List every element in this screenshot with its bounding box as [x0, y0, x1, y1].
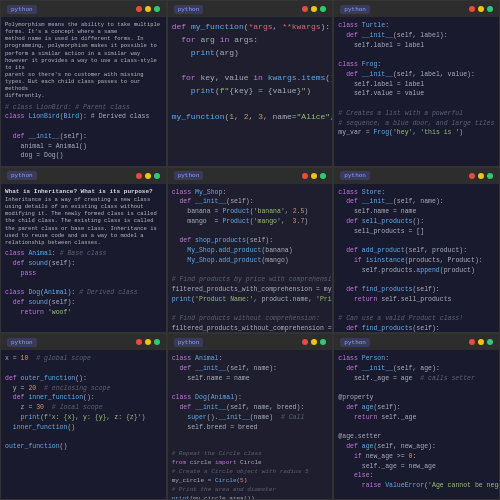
panel-5-label: python	[340, 171, 370, 180]
panel-3-controls	[136, 173, 160, 179]
panel-shop: python class My_Shop: def __init__(self)…	[167, 167, 334, 334]
minimize-icon[interactable]	[145, 173, 151, 179]
panel-8-content: class Person: def __init__(self, age): s…	[334, 350, 499, 499]
panel-0-text: Polymorphism means the ability to take m…	[5, 21, 162, 100]
panel-0-controls	[136, 6, 160, 12]
panel-1-code: def my_function(*args, **kwargs): for ar…	[172, 21, 329, 123]
close-icon[interactable]	[302, 339, 308, 345]
close-icon[interactable]	[136, 339, 142, 345]
panel-polymorphism: python Polymorphism means the ability to…	[0, 0, 167, 167]
panel-animal-classes: python class Animal: def __init__(self, …	[167, 333, 334, 500]
close-icon[interactable]	[469, 6, 475, 12]
panel-function-args: python def my_function(*args, **kwargs):…	[167, 0, 334, 167]
maximize-icon[interactable]	[154, 339, 160, 345]
panel-7-extra: # Repeat the Circle class from circle im…	[172, 440, 329, 499]
maximize-icon[interactable]	[487, 6, 493, 12]
panel-1-controls	[302, 6, 326, 12]
minimize-icon[interactable]	[478, 339, 484, 345]
panel-4-content: class My_Shop: def __init__(self): banan…	[168, 184, 333, 333]
panel-3-label: python	[7, 171, 37, 180]
minimize-icon[interactable]	[311, 339, 317, 345]
panel-inheritance: python What is Inheritance? What is its …	[0, 167, 167, 334]
minimize-icon[interactable]	[145, 339, 151, 345]
maximize-icon[interactable]	[487, 339, 493, 345]
panel-7-content: class Animal: def __init__(self, name): …	[168, 350, 333, 499]
maximize-icon[interactable]	[320, 339, 326, 345]
panel-6-label: python	[7, 338, 37, 347]
panel-6-code: x = 10 # global scope def outer_function…	[5, 354, 162, 452]
panel-3-content: What is Inheritance? What is its purpose…	[1, 184, 166, 333]
panel-0-label: python	[7, 5, 37, 14]
panel-8-controls	[469, 339, 493, 345]
maximize-icon[interactable]	[154, 173, 160, 179]
panel-6-controls	[136, 339, 160, 345]
close-icon[interactable]	[136, 173, 142, 179]
panel-1-content: def my_function(*args, **kwargs): for ar…	[168, 17, 333, 166]
minimize-icon[interactable]	[311, 6, 317, 12]
maximize-icon[interactable]	[320, 173, 326, 179]
panel-classes: python class Turtle: def __init__(self, …	[333, 0, 500, 167]
panel-property: python class Person: def __init__(self, …	[333, 333, 500, 500]
panel-3-text: Inheritance is a way of creating a new c…	[5, 196, 162, 246]
close-icon[interactable]	[302, 6, 308, 12]
minimize-icon[interactable]	[145, 6, 151, 12]
minimize-icon[interactable]	[478, 6, 484, 12]
panel-2-code: class Turtle: def __init__(self, label):…	[338, 21, 495, 138]
panel-4-header: python	[168, 168, 333, 184]
close-icon[interactable]	[302, 173, 308, 179]
panel-4-controls	[302, 173, 326, 179]
panel-0-header: python	[1, 1, 166, 17]
maximize-icon[interactable]	[487, 173, 493, 179]
panel-scope: python x = 10 # global scope def outer_f…	[0, 333, 167, 500]
maximize-icon[interactable]	[154, 6, 160, 12]
panel-6-content: x = 10 # global scope def outer_function…	[1, 350, 166, 499]
maximize-icon[interactable]	[320, 6, 326, 12]
panel-1-label: python	[174, 5, 204, 14]
panel-1-header: python	[168, 1, 333, 17]
panel-8-header: python	[334, 334, 499, 350]
panel-0-code: # class LionBird: # Parent class class L…	[5, 103, 162, 166]
panel-7-controls	[302, 339, 326, 345]
panel-2-label: python	[340, 5, 370, 14]
panel-4-label: python	[174, 171, 204, 180]
close-icon[interactable]	[469, 173, 475, 179]
panel-8-code: class Person: def __init__(self, age): s…	[338, 354, 495, 499]
panel-0-content: Polymorphism means the ability to take m…	[1, 17, 166, 166]
panel-5-content: class Store: def __init__(self, name): s…	[334, 184, 499, 333]
panel-2-header: python	[334, 1, 499, 17]
panel-7-code: class Animal: def __init__(self, name): …	[172, 354, 329, 432]
panel-3-title: What is Inheritance? What is its purpose…	[5, 188, 162, 196]
panel-7-label: python	[174, 338, 204, 347]
close-icon[interactable]	[469, 339, 475, 345]
panel-8-label: python	[340, 338, 370, 347]
panel-2-content: class Turtle: def __init__(self, label):…	[334, 17, 499, 166]
minimize-icon[interactable]	[478, 173, 484, 179]
panel-2-controls	[469, 6, 493, 12]
panel-4-code: class My_Shop: def __init__(self): banan…	[172, 188, 329, 333]
minimize-icon[interactable]	[311, 173, 317, 179]
panel-methods: python class Store: def __init__(self, n…	[333, 167, 500, 334]
panel-5-code: class Store: def __init__(self, name): s…	[338, 188, 495, 333]
close-icon[interactable]	[136, 6, 142, 12]
panel-3-header: python	[1, 168, 166, 184]
panel-7-header: python	[168, 334, 333, 350]
panel-5-controls	[469, 173, 493, 179]
panel-5-header: python	[334, 168, 499, 184]
panel-3-code: class Animal: # Base class def sound(sel…	[5, 249, 162, 317]
panel-6-header: python	[1, 334, 166, 350]
